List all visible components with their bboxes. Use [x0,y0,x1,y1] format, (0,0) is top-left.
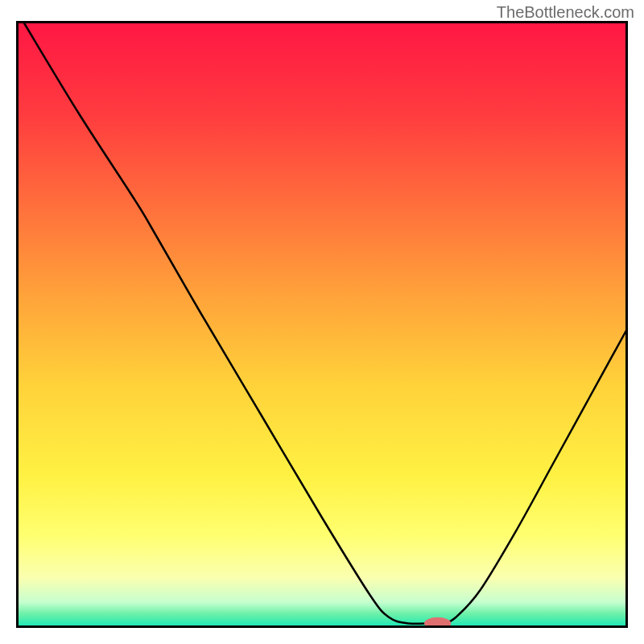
bottleneck-chart [16,21,628,628]
chart-container [16,21,628,628]
chart-background [18,23,626,626]
watermark-text: TheBottleneck.com [497,3,634,22]
